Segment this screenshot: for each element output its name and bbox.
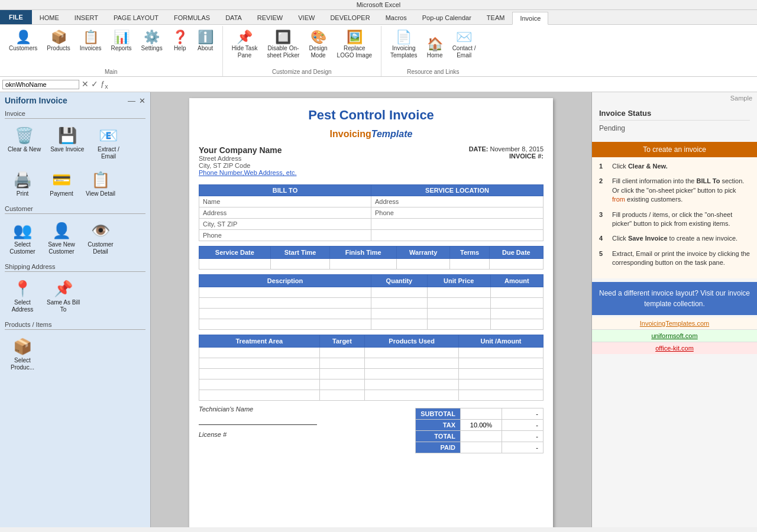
tab-developer[interactable]: DEVELOPER (322, 11, 377, 24)
tab-file[interactable]: FILE (0, 10, 32, 24)
tech-name-line (199, 424, 317, 425)
extract-email-button[interactable]: 📧 Extract /Email (90, 124, 126, 163)
contact-email-icon: ✉️ (456, 31, 472, 44)
office-kit-link[interactable]: office-kit.com (655, 345, 694, 352)
invoice-status-box: Invoice Status Pending (592, 104, 757, 142)
home-button[interactable]: 🏠 Home (423, 35, 447, 61)
task-pane-collapse-button[interactable]: — (128, 96, 135, 105)
uniformsoft-link-row: uniformsoft.com (592, 330, 757, 342)
invoices-icon: 📋 (83, 31, 99, 44)
step-5: 5 Extract, Email or print the invoice by… (599, 249, 750, 268)
tab-home[interactable]: HOME (32, 11, 67, 24)
bill-to-header: BILL TO (199, 185, 371, 196)
customers-icon: 👤 (15, 31, 31, 44)
hide-task-pane-button[interactable]: 📌 Hide TaskPane (228, 28, 262, 61)
tab-review[interactable]: REVIEW (250, 11, 290, 24)
invoice-num-label: INVOICE #: (509, 153, 544, 160)
save-new-customer-button[interactable]: 👤 Save NewCustomer (44, 219, 79, 258)
date-invoice: DATE: November 8, 2015 INVOICE #: (469, 145, 544, 180)
uniformsoft-link[interactable]: uniformsoft.com (651, 332, 697, 339)
amount-header: Amount (490, 275, 543, 287)
customize-group-label: Customize and Design (272, 67, 332, 75)
shipping-section-label: Shipping Address (5, 263, 145, 272)
header-row: Your Company Name Street Address City, S… (199, 145, 544, 180)
bill-service-table: BILL TO SERVICE LOCATION Name Address Ad… (199, 184, 544, 241)
treat-row (199, 390, 544, 401)
invoice-section-label: Invoice (5, 110, 145, 119)
tax-rate: 10.00% (461, 420, 502, 431)
phone-web[interactable]: Phone Number,Web Address, etc. (199, 169, 297, 176)
tab-invoice[interactable]: Invoice (512, 12, 548, 25)
formula-bar: ✕ ✓ ƒx (0, 77, 757, 92)
tab-team[interactable]: TEAM (479, 11, 513, 24)
invoice-status-title: Invoice Status (599, 109, 750, 121)
logo-invoicing: Invoicing (330, 129, 371, 139)
tech-totals-section: Technician's Name License # SUBTOTAL - T… (199, 406, 544, 453)
design-mode-button[interactable]: 🎨 DesignMode (305, 28, 331, 61)
customer-detail-icon: 👁️ (91, 222, 110, 240)
disable-on-sheet-picker-button[interactable]: 🔲 Disable On-sheet Picker (263, 28, 303, 61)
same-as-bill-to-icon: 📌 (54, 280, 73, 298)
select-product-button[interactable]: 📦 SelectProduc... (5, 335, 40, 374)
tab-view[interactable]: VIEW (290, 11, 322, 24)
tab-page-layout[interactable]: PAGE LAYOUT (106, 11, 166, 24)
sample-label: Sample (592, 92, 757, 104)
target-header: Target (319, 335, 365, 348)
disable-on-sheet-picker-icon: 🔲 (275, 31, 291, 44)
customers-button[interactable]: 👤 Customers (5, 28, 41, 54)
app-title: Microsoft Excel (357, 1, 401, 8)
service-date-table: Service Date Start Time Finish Time Warr… (199, 246, 544, 270)
invoicing-templates-button[interactable]: 📄 InvoicingTemplates (386, 28, 422, 61)
select-customer-button[interactable]: 👥 SelectCustomer (5, 219, 40, 258)
home-icon: 🏠 (427, 38, 443, 51)
date-label: DATE: (469, 145, 489, 153)
step-3-num: 3 (599, 210, 607, 229)
products-used-header: Products Used (365, 335, 459, 348)
tab-formulas[interactable]: FORMULAS (166, 11, 218, 24)
formula-input[interactable] (111, 80, 755, 89)
clear-new-button[interactable]: 🗑️ Clear & New (5, 124, 44, 163)
extract-email-icon: 📧 (99, 126, 118, 145)
ribbon: 👤 Customers 📦 Products 📋 Invoices 📊 Repo… (0, 25, 757, 77)
total-value (461, 431, 502, 442)
unit-price-header: Unit Price (427, 275, 490, 287)
tab-insert[interactable]: INSERT (67, 11, 106, 24)
select-address-icon: 📍 (13, 280, 32, 298)
help-button[interactable]: ❓ Help (168, 28, 192, 54)
warranty-header: Warranty (396, 246, 450, 259)
tab-data[interactable]: DATA (218, 11, 250, 24)
step-2: 2 Fill client information into the BILL … (599, 177, 750, 204)
confirm-formula-icon[interactable]: ✓ (91, 79, 98, 90)
cancel-formula-icon[interactable]: ✕ (82, 79, 89, 90)
select-address-button[interactable]: 📍 SelectAddress (5, 277, 40, 316)
paid-dash: - (502, 442, 544, 453)
insert-function-icon[interactable]: ƒx (101, 79, 108, 90)
subtotal-label: SUBTOTAL (416, 408, 461, 420)
customer-detail-button[interactable]: 👁️ CustomerDetail (83, 219, 118, 258)
invoice-sheet: Pest Control Invoice InvoicingTemplate Y… (189, 98, 553, 527)
invoicing-templates-link[interactable]: InvoicingTemplates.com (640, 320, 709, 327)
invoice-buttons: 🗑️ Clear & New 💾 Save Invoice 📧 Extract … (0, 121, 150, 166)
contact-email-button[interactable]: ✉️ Contact /Email (448, 28, 480, 61)
payment-button[interactable]: 💳 Payment (44, 168, 79, 200)
invoices-button[interactable]: 📋 Invoices (76, 28, 106, 54)
print-button[interactable]: 🖨️ Print (5, 168, 40, 200)
tab-popup-calendar[interactable]: Pop-up Calendar (415, 11, 479, 24)
formula-icons: ✕ ✓ ƒx (82, 79, 108, 90)
reports-button[interactable]: 📊 Reports (107, 28, 136, 54)
company-name: Your Company Name (199, 145, 297, 155)
total-label: TOTAL (416, 431, 461, 442)
view-detail-button[interactable]: 📋 View Detail (83, 168, 118, 200)
same-as-bill-to-button[interactable]: 📌 Same As BillTo (44, 277, 83, 316)
name-box[interactable] (2, 80, 79, 89)
products-button[interactable]: 📦 Products (43, 28, 74, 54)
save-invoice-button[interactable]: 💾 Save Invoice (47, 124, 87, 163)
task-pane-close-button[interactable]: ✕ (139, 96, 145, 105)
task-pane-title: Uniform Invoice (5, 96, 67, 105)
settings-button[interactable]: ⚙️ Settings (137, 28, 167, 54)
replace-logo-image-button[interactable]: 🖼️ ReplaceLOGO Image (333, 28, 376, 61)
logo-text: InvoicingTemplate (330, 129, 413, 139)
main-area: Uniform Invoice — ✕ Invoice 🗑️ Clear & N… (0, 92, 757, 527)
tab-macros[interactable]: Macros (378, 11, 415, 24)
about-button[interactable]: ℹ️ About (193, 28, 218, 54)
